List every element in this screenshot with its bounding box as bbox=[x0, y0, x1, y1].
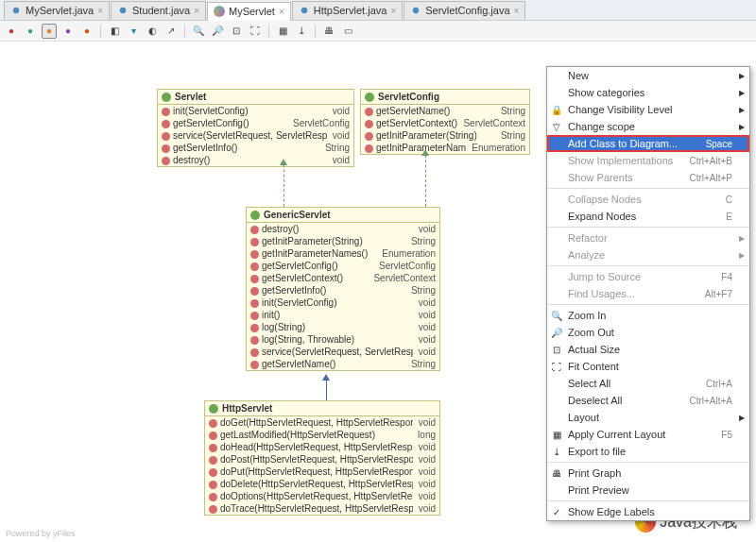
constructors-button[interactable]: ● bbox=[23, 24, 38, 39]
close-icon[interactable]: × bbox=[97, 6, 103, 16]
fc-icon: ⛶ bbox=[551, 361, 562, 372]
menu-item-print-graph[interactable]: 🖶Print Graph bbox=[547, 465, 749, 482]
menu-item-change-visibility-level[interactable]: 🔒Change Visibility Level▶ bbox=[547, 101, 749, 118]
menu-item-new[interactable]: New▶ bbox=[547, 67, 749, 84]
uml-method[interactable]: getLastModified(HttpServletRequest)long bbox=[205, 429, 439, 441]
method-icon bbox=[209, 444, 217, 452]
as-icon: ⊡ bbox=[551, 344, 562, 355]
uml-method[interactable]: getServletConfig()ServletConfig bbox=[158, 117, 353, 129]
close-icon[interactable]: × bbox=[194, 6, 199, 16]
scope-icon: ▽ bbox=[551, 121, 562, 132]
preview-button[interactable]: ▭ bbox=[340, 24, 355, 39]
zi-icon: 🔍 bbox=[551, 310, 562, 321]
fields-button[interactable]: ● bbox=[4, 24, 19, 39]
uml-method[interactable]: getServletInfo()String bbox=[158, 142, 353, 154]
pr-icon: 🖶 bbox=[551, 467, 562, 479]
layout-button[interactable]: ▦ bbox=[275, 24, 290, 39]
diagram-toolbar: ● ● ● ● ● ◧ ▾ ◐ ↗ 🔍 🔎 ⊡ ⛶ ▦ ⤓ 🖶 ▭ bbox=[0, 21, 756, 42]
uml-method[interactable]: doTrace(HttpServletRequest, HttpServletR… bbox=[205, 502, 439, 515]
zo-icon: 🔎 bbox=[551, 327, 562, 338]
java-icon bbox=[299, 5, 310, 16]
ly-icon: ▦ bbox=[551, 429, 562, 440]
menu-item-show-categories[interactable]: Show categories▶ bbox=[547, 84, 749, 101]
uml-method[interactable]: destroy()void bbox=[158, 154, 353, 166]
uml-method[interactable]: getServletName()String bbox=[247, 358, 439, 370]
method-icon bbox=[209, 456, 217, 465]
uml-method[interactable]: getInitParameter(String)String bbox=[361, 129, 529, 142]
uml-method[interactable]: getInitParameterNames()Enumeration bbox=[361, 142, 529, 154]
filter-button[interactable]: ▾ bbox=[126, 24, 141, 39]
uml-method[interactable]: init(ServletConfig)void bbox=[158, 105, 353, 117]
uml-method[interactable]: log(String, Throwable)void bbox=[247, 333, 439, 346]
menu-item-layout[interactable]: Layout▶ bbox=[547, 409, 749, 426]
uml-method[interactable]: service(ServletRequest, ServletResponse)… bbox=[158, 129, 353, 142]
actual-size-button[interactable]: ⊡ bbox=[229, 24, 244, 39]
uml-method[interactable]: init(ServletConfig)void bbox=[247, 296, 439, 309]
uml-class-servletconfig[interactable]: ServletConfig getServletName()StringgetS… bbox=[360, 89, 530, 155]
menu-item-fit-content[interactable]: ⛶Fit Content bbox=[547, 358, 749, 375]
zoom-out-button[interactable]: 🔎 bbox=[210, 24, 225, 39]
tab-httpservlet-java[interactable]: HttpServlet.java× bbox=[292, 1, 404, 20]
uml-method[interactable]: doGet(HttpServletRequest, HttpServletRes… bbox=[205, 416, 439, 429]
print-button[interactable]: 🖶 bbox=[321, 24, 336, 39]
close-icon[interactable]: × bbox=[390, 6, 396, 16]
interface-icon bbox=[365, 93, 374, 102]
shortcut-label: Ctrl+Alt+P bbox=[689, 173, 732, 183]
uml-method[interactable]: doHead(HttpServletRequest, HttpServletRe… bbox=[205, 441, 439, 453]
close-icon[interactable]: × bbox=[279, 7, 284, 17]
inner-button[interactable]: ● bbox=[79, 24, 94, 39]
export-button[interactable]: ⤓ bbox=[294, 24, 309, 39]
uml-method[interactable]: init()void bbox=[247, 309, 439, 321]
methods-button[interactable]: ● bbox=[42, 24, 57, 39]
uml-method[interactable]: getServletName()String bbox=[361, 105, 529, 117]
uml-class-genericservlet[interactable]: GenericServlet destroy()voidgetInitParam… bbox=[246, 207, 440, 371]
close-icon[interactable]: × bbox=[514, 6, 520, 16]
menu-item-zoom-out[interactable]: 🔎Zoom Out bbox=[547, 324, 749, 341]
method-icon bbox=[250, 324, 259, 332]
tab-myservlet-diagram[interactable]: MyServlet× bbox=[207, 2, 291, 21]
menu-item-show-edge-labels[interactable]: ✓Show Edge Labels bbox=[547, 503, 749, 520]
method-icon bbox=[209, 481, 217, 489]
menu-item-deselect-all[interactable]: Deselect AllCtrl+Alt+A bbox=[547, 392, 749, 409]
uml-method[interactable]: log(String)void bbox=[247, 321, 439, 333]
menu-item-expand-nodes[interactable]: Expand NodesE bbox=[547, 208, 749, 225]
java-icon bbox=[410, 5, 421, 16]
menu-item-change-scope[interactable]: ▽Change scope▶ bbox=[547, 118, 749, 135]
tab-student-java[interactable]: Student.java× bbox=[111, 1, 206, 20]
uml-class-servlet[interactable]: Servlet init(ServletConfig)voidgetServle… bbox=[157, 89, 354, 167]
uml-method[interactable]: service(ServletRequest, ServletResponse)… bbox=[247, 346, 439, 358]
uml-class-httpservlet[interactable]: HttpServlet doGet(HttpServletRequest, Ht… bbox=[204, 400, 440, 516]
dep-button[interactable]: ◧ bbox=[107, 24, 122, 39]
menu-item-apply-current-layout[interactable]: ▦Apply Current LayoutF5 bbox=[547, 426, 749, 443]
scope-button[interactable]: ◐ bbox=[145, 24, 160, 39]
edge-button[interactable]: ↗ bbox=[163, 24, 179, 39]
uml-method[interactable]: doPut(HttpServletRequest, HttpServletRes… bbox=[205, 466, 439, 478]
menu-item-add-class-to-diagram-[interactable]: Add Class to Diagram...Space bbox=[547, 135, 749, 152]
menu-item-select-all[interactable]: Select AllCtrl+A bbox=[547, 375, 749, 392]
menu-item-actual-size[interactable]: ⊡Actual Size bbox=[547, 341, 749, 358]
vis-icon: 🔒 bbox=[551, 104, 562, 115]
menu-item-export-to-file[interactable]: ⤓Export to file bbox=[547, 443, 749, 460]
uml-method[interactable]: doPost(HttpServletRequest, HttpServletRe… bbox=[205, 453, 439, 466]
uml-method[interactable]: doDelete(HttpServletRequest, HttpServlet… bbox=[205, 478, 439, 490]
uml-method[interactable]: getServletConfig()ServletConfig bbox=[247, 260, 439, 272]
uml-method[interactable]: getInitParameterNames()Enumeration bbox=[247, 247, 439, 260]
checkmark-icon: ✓ bbox=[551, 506, 562, 517]
uml-method[interactable]: destroy()void bbox=[247, 223, 439, 235]
uml-method[interactable]: getServletContext()ServletContext bbox=[247, 272, 439, 284]
tab-myservlet-java[interactable]: MyServlet.java× bbox=[4, 1, 110, 20]
menu-item-analyze: Analyze▶ bbox=[547, 246, 749, 263]
shortcut-label: Ctrl+A bbox=[706, 379, 732, 389]
fit-button[interactable]: ⛶ bbox=[248, 24, 263, 39]
tab-servletconfig-java[interactable]: ServletConfig.java× bbox=[404, 1, 525, 20]
menu-item-print-preview[interactable]: Print Preview bbox=[547, 482, 749, 499]
properties-button[interactable]: ● bbox=[60, 24, 76, 39]
uml-method[interactable]: doOptions(HttpServletRequest, HttpServle… bbox=[205, 490, 439, 502]
shortcut-label: Alt+F7 bbox=[705, 289, 732, 299]
submenu-arrow-icon: ▶ bbox=[739, 106, 745, 114]
zoom-in-button[interactable]: 🔍 bbox=[191, 24, 206, 39]
uml-method[interactable]: getServletInfo()String bbox=[247, 284, 439, 296]
uml-method[interactable]: getServletContext()ServletContext bbox=[361, 117, 529, 129]
menu-item-zoom-in[interactable]: 🔍Zoom In bbox=[547, 307, 749, 324]
uml-method[interactable]: getInitParameter(String)String bbox=[247, 235, 439, 247]
